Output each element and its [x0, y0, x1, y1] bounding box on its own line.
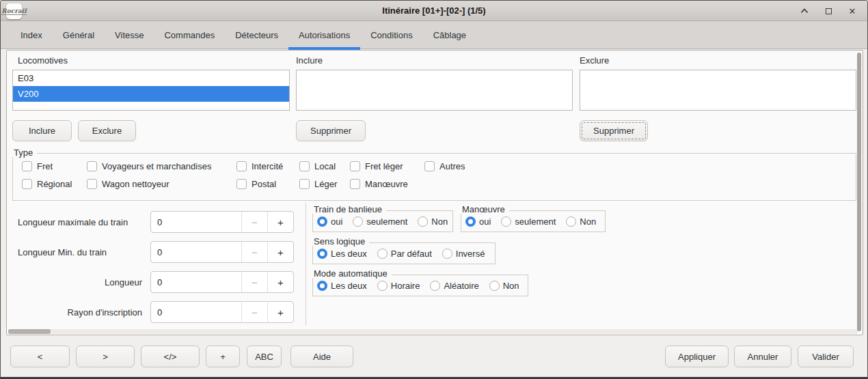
tab-cablage[interactable]: Câblage — [423, 21, 476, 49]
radio-oui[interactable] — [465, 216, 476, 227]
spinner-input-longueur-maximale-du-train[interactable]: 0 — [151, 212, 241, 232]
horizontal-scrollbar-thumb[interactable] — [8, 329, 51, 334]
list-item-v200[interactable]: V200 — [13, 86, 289, 102]
spinner-input-longueur-min-du-train[interactable]: 0 — [151, 242, 241, 262]
minus-button[interactable]: − — [242, 242, 267, 262]
radio-option-train-de-banlieue-non[interactable]: Non — [418, 216, 448, 227]
footer-button->[interactable]: > — [76, 346, 135, 367]
plus-button[interactable]: + — [268, 242, 293, 262]
include-list[interactable] — [296, 70, 573, 111]
minus-button[interactable]: − — [242, 302, 267, 322]
checkbox-regional[interactable] — [22, 179, 32, 189]
horizontal-scrollbar-track[interactable] — [8, 329, 858, 334]
type-option-postal[interactable]: Postal — [236, 178, 299, 190]
tab-conditions[interactable]: Conditions — [360, 21, 422, 49]
type-option-wagon-nettoyeur[interactable]: Wagon nettoyeur — [87, 178, 236, 190]
radio-option-sens-logique-par-defaut[interactable]: Par défaut — [377, 249, 432, 259]
footer-button-</>[interactable]: </> — [141, 346, 200, 367]
checkbox-manoeuvre[interactable] — [350, 179, 360, 189]
exclude-button[interactable]: Exclure — [78, 120, 136, 141]
radio-option-manoeuvre-seulement[interactable]: seulement — [501, 216, 556, 227]
radio-horaire[interactable] — [377, 281, 388, 291]
radio-option-mode-automatique-les-deux[interactable]: Les deux — [317, 281, 367, 291]
list-item-e03[interactable]: E03 — [13, 70, 289, 86]
spinner-label-longueur-min-du-train: Longueur Min. du train — [18, 247, 142, 257]
spinner-longueur: 0−+ — [150, 271, 294, 293]
spinner-input-rayon-d-inscription[interactable]: 0 — [151, 302, 241, 322]
type-row-2: RégionalWagon nettoyeurPostalLégerManœuv… — [22, 178, 851, 190]
type-option-local[interactable]: Local — [299, 160, 350, 172]
radio-aleatoire[interactable] — [430, 281, 440, 291]
maximize-icon[interactable] — [823, 5, 834, 16]
type-option-regional[interactable]: Régional — [22, 178, 87, 190]
radio-option-mode-automatique-aleatoire[interactable]: Aléatoire — [430, 281, 478, 291]
action-button-appliquer[interactable]: Appliquer — [665, 346, 729, 367]
radio-oui[interactable] — [317, 216, 327, 227]
radio-les-deux[interactable] — [317, 249, 327, 259]
delete-exclude-button[interactable]: Supprimer — [580, 120, 648, 141]
autorisations-panel: Locomotives Inclure Exclure E03V200 Incl… — [6, 50, 863, 335]
radio-seulement[interactable] — [501, 216, 511, 227]
tab-general[interactable]: Général — [53, 21, 105, 49]
minimize-icon[interactable] — [799, 5, 810, 16]
radio-label: Par défaut — [391, 249, 432, 259]
close-icon[interactable]: ✕ — [847, 5, 858, 16]
footer-button-abc[interactable]: ABC — [247, 346, 282, 367]
checkbox-intercite[interactable] — [236, 161, 247, 171]
type-option-intercite[interactable]: Intercité — [236, 160, 299, 172]
radio-option-sens-logique-les-deux[interactable]: Les deux — [317, 249, 367, 259]
minus-button[interactable]: − — [242, 272, 267, 292]
radio-non[interactable] — [489, 281, 500, 291]
plus-button[interactable]: + — [268, 212, 293, 232]
plus-button[interactable]: + — [268, 272, 293, 292]
checkbox-leger[interactable] — [299, 179, 310, 189]
include-button[interactable]: Inclure — [12, 120, 72, 141]
radio-par-defaut[interactable] — [377, 249, 388, 259]
checkbox-voyageurs-et-marchandises[interactable] — [87, 161, 97, 171]
footer-button-aide[interactable]: Aide — [290, 346, 353, 367]
tab-autorisations[interactable]: Autorisations — [288, 21, 360, 49]
action-button-valider[interactable]: Valider — [798, 346, 854, 367]
checkbox-autres[interactable] — [424, 161, 435, 171]
checkbox-label: Local — [314, 161, 336, 171]
radio-les-deux[interactable] — [317, 281, 327, 291]
radio-option-mode-automatique-horaire[interactable]: Horaire — [377, 281, 420, 291]
delete-include-button[interactable]: Supprimer — [296, 120, 366, 141]
radio-seulement[interactable] — [353, 216, 363, 227]
radio-option-train-de-banlieue-seulement[interactable]: seulement — [353, 216, 407, 227]
tab-vitesse[interactable]: Vitesse — [105, 21, 154, 49]
action-button-annuler[interactable]: Annuler — [734, 346, 791, 367]
type-option-manoeuvre[interactable]: Manœuvre — [350, 178, 408, 190]
type-option-leger[interactable]: Léger — [299, 178, 350, 190]
type-option-autres[interactable]: Autres — [424, 160, 465, 172]
tab-index[interactable]: Index — [10, 21, 53, 49]
radio-option-manoeuvre-oui[interactable]: oui — [465, 216, 491, 227]
tab-commandes[interactable]: Commandes — [154, 21, 225, 49]
checkbox-fret-leger[interactable] — [350, 161, 360, 171]
checkbox-local[interactable] — [299, 161, 310, 171]
checkbox-wagon-nettoyeur[interactable] — [87, 179, 97, 189]
radio-option-manoeuvre-non[interactable]: Non — [566, 216, 596, 227]
radio-non[interactable] — [418, 216, 428, 227]
radio-option-sens-logique-inverse[interactable]: Inversé — [442, 249, 485, 259]
checkbox-postal[interactable] — [236, 179, 247, 189]
radio-inverse[interactable] — [442, 249, 452, 259]
radio-non[interactable] — [566, 216, 576, 227]
vertical-scrollbar-thumb[interactable] — [857, 53, 861, 331]
footer-nav: <></>+ABCAide — [1, 346, 353, 367]
window-controls: ✕ — [799, 1, 858, 21]
radio-option-mode-automatique-non[interactable]: Non — [489, 281, 519, 291]
footer-button-<[interactable]: < — [10, 346, 70, 367]
checkbox-fret[interactable] — [22, 161, 32, 171]
tab-detecteurs[interactable]: Détecteurs — [225, 21, 288, 49]
locomotives-list[interactable]: E03V200 — [12, 70, 290, 111]
type-option-fret[interactable]: Fret — [22, 160, 87, 172]
exclude-list[interactable] — [580, 70, 856, 111]
footer-button-+[interactable]: + — [206, 346, 240, 367]
type-option-voyageurs-et-marchandises[interactable]: Voyageurs et marchandises — [87, 160, 236, 172]
radio-option-train-de-banlieue-oui[interactable]: oui — [317, 216, 342, 227]
minus-button[interactable]: − — [242, 212, 267, 232]
plus-button[interactable]: + — [268, 302, 293, 322]
spinner-input-longueur[interactable]: 0 — [151, 272, 241, 292]
type-option-fret-leger[interactable]: Fret léger — [350, 160, 424, 172]
